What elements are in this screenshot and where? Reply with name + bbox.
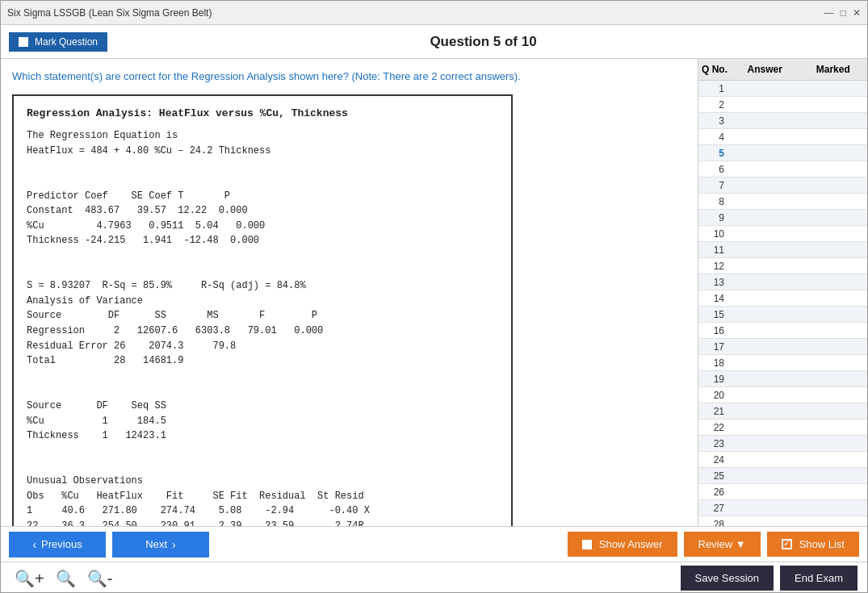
sidebar-qnum: 16: [698, 325, 731, 336]
sidebar-qnum: 12: [698, 261, 731, 272]
sidebar-list[interactable]: 1 2 3 4 5 6 7 8: [698, 81, 867, 526]
sidebar-row[interactable]: 12: [698, 258, 867, 274]
sidebar-row[interactable]: 11: [698, 242, 867, 258]
sidebar-row[interactable]: 16: [698, 323, 867, 339]
review-dropdown-icon: ▼: [736, 538, 746, 550]
question-text: Which statement(s) are correct for the R…: [12, 69, 686, 85]
mark-question-button[interactable]: Mark Question: [9, 32, 107, 52]
sidebar-col-qno: Q No.: [698, 62, 731, 77]
save-end-bar: Save Session End Exam: [681, 566, 858, 591]
save-session-button[interactable]: Save Session: [681, 566, 774, 591]
mark-question-label: Mark Question: [35, 36, 98, 48]
prev-chevron-icon: ‹: [32, 538, 36, 551]
sidebar-qnum: 23: [698, 438, 731, 449]
maximize-button[interactable]: □: [841, 7, 846, 19]
next-chevron-icon: ›: [172, 538, 176, 551]
regression-content: The Regression Equation is HeatFlux = 48…: [27, 128, 498, 526]
sidebar-qnum: 26: [698, 487, 731, 498]
sidebar-row[interactable]: 10: [698, 226, 867, 242]
next-button[interactable]: Next ›: [112, 532, 209, 558]
zoom-in-button[interactable]: 🔍+: [10, 567, 48, 590]
sidebar-row[interactable]: 5: [698, 145, 867, 161]
sidebar-qnum: 25: [698, 470, 731, 482]
sidebar-qnum: 1: [698, 83, 731, 94]
app-title: Six Sigma LSSGB (Lean Six Sigma Green Be…: [7, 7, 212, 19]
sidebar-qnum: 18: [698, 357, 731, 369]
sidebar-col-marked: Marked: [799, 62, 868, 77]
sidebar-col-answer: Answer: [731, 62, 799, 77]
sidebar-row[interactable]: 7: [698, 177, 867, 194]
sidebar-qnum: 2: [698, 99, 731, 111]
sidebar-qnum: 9: [698, 212, 731, 223]
end-exam-label: End Exam: [795, 572, 843, 584]
sidebar-row[interactable]: 14: [698, 290, 867, 307]
show-answer-icon: [582, 540, 592, 549]
sidebar-row[interactable]: 8: [698, 194, 867, 210]
show-list-label: Show List: [799, 538, 845, 550]
sidebar-qnum: 15: [698, 309, 731, 320]
sidebar-header: Q No. Answer Marked: [698, 59, 867, 81]
previous-button[interactable]: ‹ Previous: [9, 532, 106, 558]
sidebar-row[interactable]: 22: [698, 420, 867, 436]
sidebar-qnum: 6: [698, 164, 731, 175]
sidebar-row[interactable]: 23: [698, 436, 867, 452]
bottom-bar: ‹ Previous Next › Show Answer Review ▼ S…: [1, 526, 867, 562]
regression-title: Regression Analysis: HeatFlux versus %Cu…: [27, 106, 498, 123]
sidebar-row[interactable]: 18: [698, 355, 867, 371]
main-area: Which statement(s) are correct for the R…: [1, 59, 867, 526]
sidebar-qnum: 4: [698, 132, 731, 143]
toolbar: Mark Question Question 5 of 10: [1, 25, 867, 59]
sidebar-row[interactable]: 6: [698, 161, 867, 177]
sidebar-qnum: 5: [698, 148, 731, 159]
sidebar-row[interactable]: 17: [698, 339, 867, 355]
sidebar-row[interactable]: 26: [698, 484, 867, 500]
sidebar-qnum: 28: [698, 519, 731, 527]
show-answer-label: Show Answer: [599, 538, 663, 550]
show-list-button[interactable]: Show List: [767, 532, 859, 557]
sidebar-row[interactable]: 28: [698, 516, 867, 526]
end-exam-button[interactable]: End Exam: [780, 566, 858, 591]
sidebar-qnum: 17: [698, 341, 731, 353]
sidebar-row[interactable]: 2: [698, 97, 867, 113]
previous-label: Previous: [41, 538, 82, 550]
sidebar-row[interactable]: 1: [698, 81, 867, 97]
sidebar-qnum: 8: [698, 196, 731, 207]
question-area: Which statement(s) are correct for the R…: [1, 59, 698, 526]
regression-box: Regression Analysis: HeatFlux versus %Cu…: [12, 94, 513, 527]
show-list-checkbox-icon: [782, 539, 792, 549]
sidebar-row[interactable]: 27: [698, 500, 867, 516]
zoom-out-button[interactable]: 🔍-: [83, 567, 117, 590]
sidebar-qnum: 19: [698, 374, 731, 385]
sidebar-row[interactable]: 15: [698, 307, 867, 323]
save-session-label: Save Session: [695, 572, 760, 584]
sidebar-row[interactable]: 25: [698, 468, 867, 484]
review-button[interactable]: Review ▼: [684, 532, 761, 557]
sidebar-qnum: 14: [698, 293, 731, 304]
sidebar-row[interactable]: 24: [698, 452, 867, 468]
sidebar-row[interactable]: 21: [698, 403, 867, 420]
sidebar-qnum: 22: [698, 422, 731, 433]
sidebar-row[interactable]: 9: [698, 210, 867, 226]
sidebar-qnum: 11: [698, 244, 731, 256]
question-title: Question 5 of 10: [107, 34, 859, 50]
minimize-button[interactable]: —: [824, 7, 834, 19]
show-answer-button[interactable]: Show Answer: [568, 532, 677, 557]
sidebar-qnum: 3: [698, 115, 731, 127]
sidebar-qnum: 20: [698, 390, 731, 401]
sidebar: Q No. Answer Marked 1 2 3 4 5 6: [698, 59, 867, 526]
sidebar-qnum: 7: [698, 180, 731, 191]
sidebar-row[interactable]: 13: [698, 274, 867, 290]
zoom-reset-button[interactable]: 🔍: [52, 567, 80, 590]
review-label: Review: [698, 538, 733, 550]
sidebar-row[interactable]: 19: [698, 371, 867, 387]
sidebar-qnum: 27: [698, 503, 731, 514]
flag-icon: [19, 37, 28, 47]
sidebar-row[interactable]: 20: [698, 387, 867, 403]
window-controls[interactable]: — □ ✕: [824, 7, 861, 19]
sidebar-qnum: 13: [698, 277, 731, 288]
next-label: Next: [145, 538, 167, 550]
sidebar-row[interactable]: 3: [698, 113, 867, 129]
close-button[interactable]: ✕: [853, 7, 861, 19]
sidebar-qnum: 24: [698, 454, 731, 466]
sidebar-row[interactable]: 4: [698, 129, 867, 145]
